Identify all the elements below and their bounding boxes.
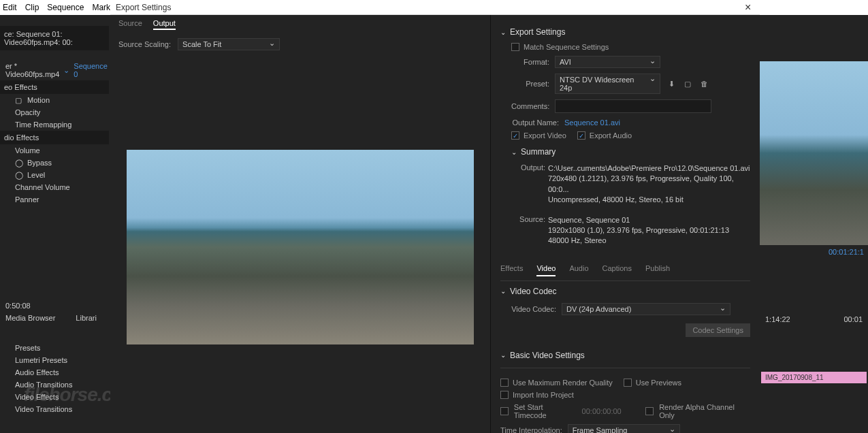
- chevron-down-icon: ⌄: [500, 29, 506, 36]
- video-codec-label: Video Codec:: [511, 305, 556, 313]
- background-left-panel: ce: Sequence 01: Video60fps.mp4: 00: er …: [0, 15, 109, 433]
- comments-input[interactable]: [555, 99, 711, 113]
- render-alpha-label: Render Alpha Channel Only: [659, 403, 750, 419]
- output-name-label: Output Name:: [511, 118, 559, 127]
- level-icon: ◯: [15, 171, 23, 179]
- source-scaling-select[interactable]: Scale To Fit: [178, 38, 280, 50]
- summary-source-text: Sequence, Sequence 01 1920x1080 (1.0), 2…: [548, 215, 729, 246]
- breadcrumb-text: ce: Sequence 01: Video60fps.mp4: 00:: [0, 26, 109, 50]
- lumetri-presets-item[interactable]: Lumetri Presets: [0, 354, 109, 366]
- video-codec-select[interactable]: DV (24p Advanced): [562, 303, 730, 315]
- render-alpha-checkbox[interactable]: [645, 407, 654, 415]
- motion-item[interactable]: Motion: [27, 96, 50, 104]
- format-label: Format:: [511, 58, 549, 66]
- menu-edit[interactable]: Edit: [3, 3, 17, 12]
- export-audio-checkbox[interactable]: [577, 131, 585, 140]
- audio-effects-header[interactable]: dio Effects: [0, 131, 109, 144]
- media-browser-tab[interactable]: Media Browser: [5, 314, 55, 322]
- import-preset-icon[interactable]: ▢: [682, 78, 693, 89]
- sequence-link[interactable]: Sequence 0: [74, 62, 108, 78]
- format-select[interactable]: AVI: [555, 56, 660, 68]
- background-right-panel: 00:01:21:1 1:14:22 00:01 IMG_20170908_11: [760, 15, 868, 433]
- delete-preset-icon[interactable]: 🗑: [698, 78, 709, 89]
- motion-icon: ▢: [15, 96, 23, 104]
- time-interpolation-label: Time Interpolation:: [500, 426, 562, 433]
- source-scaling-label: Source Scaling:: [118, 40, 171, 48]
- tab-effects[interactable]: Effects: [500, 264, 523, 276]
- panner-item[interactable]: Panner: [0, 193, 109, 206]
- import-into-project-label: Import Into Project: [513, 391, 574, 399]
- export-settings-dialog: Export Settings × Source Output Source S…: [110, 0, 760, 433]
- bypass-icon: ◯: [15, 159, 23, 167]
- menu-sequence[interactable]: Sequence: [47, 3, 84, 12]
- tc-marker-1: 1:14:22: [765, 315, 790, 323]
- use-previews-label: Use Previews: [636, 379, 681, 387]
- chevron-down-icon: ⌄: [500, 351, 506, 359]
- video-codec-section[interactable]: ⌄ Video Codec: [500, 287, 750, 296]
- export-audio-label: Export Audio: [590, 131, 632, 140]
- start-timecode-value[interactable]: 00:00:00:00: [582, 407, 622, 415]
- export-video-label: Export Video: [524, 131, 566, 140]
- tab-source[interactable]: Source: [118, 19, 142, 30]
- match-sequence-checkbox[interactable]: [511, 43, 519, 51]
- set-start-timecode-checkbox[interactable]: [500, 407, 509, 415]
- max-render-quality-checkbox[interactable]: [500, 379, 509, 387]
- summary-section[interactable]: ⌄ Summary: [511, 147, 750, 157]
- opacity-item[interactable]: Opacity: [0, 106, 109, 118]
- tab-output[interactable]: Output: [153, 19, 176, 30]
- summary-output-label: Output:: [517, 163, 545, 206]
- export-settings-section[interactable]: ⌄ Export Settings: [500, 27, 750, 37]
- timeline-clip[interactable]: IMG_20170908_11: [761, 372, 867, 383]
- timecode-right: 00:01:21:1: [760, 245, 868, 259]
- preview-image: [127, 150, 474, 344]
- dialog-title: Export Settings: [116, 3, 171, 12]
- tab-audio[interactable]: Audio: [569, 264, 588, 276]
- preset-label: Preset:: [511, 80, 549, 88]
- export-video-checkbox[interactable]: [511, 131, 519, 140]
- close-icon[interactable]: ×: [745, 3, 754, 12]
- level-item[interactable]: Level: [27, 171, 45, 179]
- video-effects-header[interactable]: eo Effects: [0, 80, 109, 94]
- time-remapping-item[interactable]: Time Remapping: [0, 118, 109, 131]
- use-previews-checkbox[interactable]: [624, 379, 632, 387]
- time-interpolation-select[interactable]: Frame Sampling: [568, 424, 680, 433]
- max-render-quality-label: Use Maximum Render Quality: [513, 379, 613, 387]
- audio-effects-item[interactable]: Audio Effects: [0, 366, 109, 379]
- chevron-down-icon: ⌄: [511, 148, 517, 156]
- tab-publish[interactable]: Publish: [645, 264, 670, 276]
- basic-video-section[interactable]: ⌄ Basic Video Settings: [500, 351, 750, 360]
- chevron-down-icon: ⌄: [500, 287, 506, 295]
- channel-volume-item[interactable]: Channel Volume: [0, 181, 109, 193]
- volume-item[interactable]: Volume: [0, 144, 109, 157]
- menu-clip[interactable]: Clip: [25, 3, 39, 12]
- tab-captions[interactable]: Captions: [602, 264, 632, 276]
- timecode-display: 0:50:08: [0, 300, 109, 312]
- file-label: er * Video60fps.mp4: [5, 62, 59, 78]
- tc-marker-2: 00:01: [843, 315, 863, 323]
- bypass-item[interactable]: Bypass: [27, 159, 52, 167]
- comments-label: Comments:: [511, 102, 549, 110]
- preset-select[interactable]: NTSC DV Widescreen 24p: [555, 74, 660, 94]
- output-name-link[interactable]: Sequence 01.avi: [564, 118, 620, 127]
- import-into-project-checkbox[interactable]: [500, 391, 509, 399]
- summary-source-label: Source:: [517, 215, 545, 246]
- codec-settings-button: Codec Settings: [686, 323, 750, 337]
- set-start-timecode-label: Set Start Timecode: [514, 403, 577, 419]
- save-preset-icon[interactable]: ⬇: [666, 78, 677, 89]
- tab-video[interactable]: Video: [536, 264, 556, 276]
- timeline-preview-thumbnail: [760, 61, 868, 245]
- libraries-tab[interactable]: Librari: [76, 314, 97, 322]
- presets-item[interactable]: Presets: [0, 342, 109, 354]
- match-sequence-label: Match Sequence Settings: [524, 43, 609, 51]
- summary-output-text: C:\User..cuments\Adobe\Premiere Pro\12.0…: [548, 163, 750, 206]
